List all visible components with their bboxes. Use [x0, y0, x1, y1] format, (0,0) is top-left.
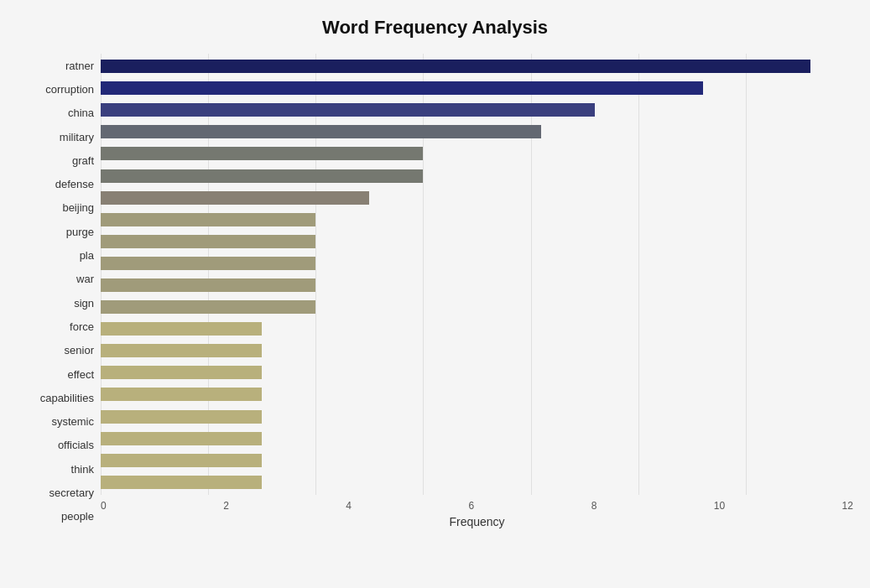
bar-row: [101, 209, 853, 231]
chart-title: Word Frequency Analysis: [17, 17, 853, 39]
bars-area: 024681012 Frequency: [101, 54, 853, 528]
bar-secretary: [101, 454, 262, 467]
bar-row: [101, 340, 853, 362]
x-tick: 8: [591, 500, 597, 512]
y-label-beijing: beijing: [62, 202, 94, 213]
bar-effect: [101, 344, 262, 357]
bar-row: [101, 450, 853, 471]
bar-row: [101, 252, 853, 274]
bar-capabilities: [101, 366, 262, 379]
y-label-sign: sign: [74, 298, 94, 309]
y-axis-labels: ratnercorruptionchinamilitarygraftdefens…: [17, 54, 101, 528]
y-label-effect: effect: [67, 369, 94, 380]
y-label-military: military: [60, 132, 94, 143]
bar-beijing: [101, 191, 369, 205]
x-tick: 6: [468, 500, 474, 512]
bar-row: [101, 406, 853, 428]
chart-container: Word Frequency Analysis ratnercorruption…: [0, 0, 870, 588]
x-tick: 10: [714, 500, 725, 512]
bar-people: [101, 476, 262, 489]
bar-row: [101, 187, 853, 209]
bar-row: [101, 428, 853, 450]
bar-senior: [101, 322, 262, 336]
y-label-people: people: [61, 511, 94, 522]
bar-graft: [101, 147, 423, 160]
bar-row: [101, 274, 853, 296]
bar-think: [101, 432, 262, 445]
x-tick: 2: [223, 500, 229, 512]
y-label-corruption: corruption: [45, 84, 94, 95]
bar-sign: [101, 278, 315, 292]
bar-officials: [101, 410, 262, 424]
bar-war: [101, 257, 315, 270]
bar-military: [101, 125, 541, 138]
y-label-pla: pla: [80, 250, 94, 261]
y-label-china: china: [68, 107, 94, 118]
y-label-war: war: [76, 273, 94, 284]
bar-row: [101, 318, 853, 340]
y-label-force: force: [70, 321, 94, 332]
y-label-purge: purge: [66, 226, 94, 237]
y-label-graft: graft: [72, 155, 94, 166]
bar-row: [101, 164, 853, 186]
bar-row: [101, 77, 853, 99]
bar-row: [101, 383, 853, 405]
bar-row: [101, 143, 853, 164]
y-label-capabilities: capabilities: [40, 393, 94, 403]
bar-row: [101, 362, 853, 383]
bar-systemic: [101, 388, 262, 401]
bar-defense: [101, 169, 423, 183]
bar-pla: [101, 235, 315, 248]
y-label-defense: defense: [55, 179, 94, 190]
y-label-ratner: ratner: [65, 60, 94, 71]
x-tick: 0: [101, 500, 107, 512]
bar-row: [101, 99, 853, 121]
bar-row: [101, 121, 853, 143]
bar-row: [101, 296, 853, 318]
bar-purge: [101, 213, 315, 226]
bar-ratner: [101, 60, 810, 73]
bar-row: [101, 471, 853, 493]
bar-force: [101, 300, 315, 314]
bar-row: [101, 55, 853, 77]
x-tick: 12: [842, 500, 853, 512]
y-label-systemic: systemic: [51, 416, 94, 427]
bar-china: [101, 103, 595, 117]
y-label-senior: senior: [65, 345, 94, 356]
y-label-secretary: secretary: [49, 487, 94, 498]
y-label-officials: officials: [58, 440, 94, 450]
bar-corruption: [101, 81, 703, 95]
bar-row: [101, 231, 853, 252]
y-label-think: think: [71, 464, 94, 475]
x-tick: 4: [346, 500, 352, 512]
x-axis-label: Frequency: [101, 515, 853, 528]
